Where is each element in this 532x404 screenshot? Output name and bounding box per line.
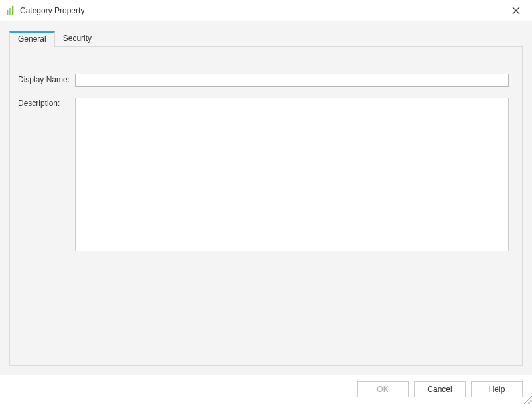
display-name-input[interactable] bbox=[75, 74, 509, 87]
display-name-row: Display Name: bbox=[18, 74, 509, 87]
description-label: Description: bbox=[18, 98, 75, 108]
content-area: General Security Display Name: Descripti… bbox=[0, 21, 532, 375]
svg-line-7 bbox=[529, 401, 532, 404]
tab-security[interactable]: Security bbox=[55, 31, 100, 46]
app-icon bbox=[5, 5, 16, 16]
tab-label: General bbox=[18, 34, 46, 44]
tabpanel-general: Display Name: Description: bbox=[9, 46, 523, 366]
button-bar: OK Cancel Help bbox=[357, 381, 523, 397]
cancel-button[interactable]: Cancel bbox=[414, 381, 466, 397]
description-input[interactable] bbox=[75, 98, 509, 251]
button-label: Cancel bbox=[427, 385, 452, 394]
description-row: Description: bbox=[18, 98, 509, 251]
help-button[interactable]: Help bbox=[471, 381, 523, 397]
svg-rect-2 bbox=[12, 6, 13, 15]
svg-line-6 bbox=[527, 399, 532, 404]
display-name-label: Display Name: bbox=[18, 74, 75, 84]
close-icon bbox=[512, 7, 520, 15]
tab-label: Security bbox=[63, 34, 92, 43]
close-button[interactable] bbox=[505, 1, 527, 20]
resize-grip-icon bbox=[521, 393, 532, 404]
ok-button[interactable]: OK bbox=[357, 381, 409, 397]
window-title: Category Property bbox=[20, 6, 505, 15]
svg-rect-0 bbox=[7, 10, 8, 15]
resize-grip[interactable] bbox=[521, 393, 532, 404]
tab-general[interactable]: General bbox=[9, 31, 55, 47]
button-label: Help bbox=[489, 385, 505, 394]
tabstrip: General Security bbox=[9, 31, 523, 46]
button-label: OK bbox=[377, 385, 388, 394]
svg-rect-1 bbox=[9, 8, 11, 15]
titlebar: Category Property bbox=[0, 0, 532, 21]
